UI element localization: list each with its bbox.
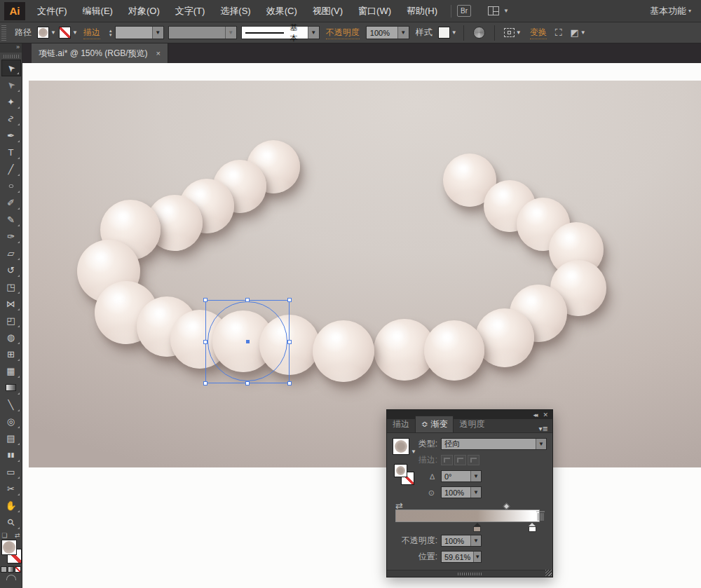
- brush-definition-combo[interactable]: 基本 ▼: [241, 26, 320, 39]
- menu-item[interactable]: 选择(S): [212, 0, 258, 22]
- panel-grip-icon[interactable]: [4, 55, 19, 58]
- zoom-tool[interactable]: ⚲: [1, 514, 21, 531]
- symbol-sprayer-tool[interactable]: ▤: [1, 430, 21, 446]
- gradient-stop[interactable]: [529, 523, 536, 532]
- pearl[interactable]: [475, 308, 534, 367]
- menu-item[interactable]: 视图(V): [305, 0, 350, 22]
- selection-handle[interactable]: [287, 298, 292, 302]
- pearl[interactable]: [424, 320, 484, 381]
- stroke-weight-stepper[interactable]: ▲▼: [109, 29, 113, 37]
- menu-item[interactable]: 对象(O): [121, 0, 168, 22]
- paintbrush-tool[interactable]: ✐: [1, 194, 21, 211]
- direct-selection-tool[interactable]: ➤: [1, 76, 21, 93]
- stop-opacity-combo[interactable]: 100% ▼: [441, 535, 482, 547]
- stroke-gradient-along-icon[interactable]: [454, 455, 466, 465]
- isolate-object-button[interactable]: ⛶: [555, 27, 562, 39]
- transform-panel-link[interactable]: 变换: [530, 27, 547, 39]
- menu-item[interactable]: 效果(C): [259, 0, 305, 22]
- selection-handle[interactable]: [287, 340, 292, 344]
- menu-item[interactable]: 文字(T): [168, 0, 213, 22]
- swap-fill-stroke-icon[interactable]: ⇄: [15, 532, 20, 539]
- color-mode-button[interactable]: [1, 566, 7, 573]
- selection-handle[interactable]: [203, 381, 207, 385]
- gradient-mode-button[interactable]: [8, 566, 14, 573]
- menu-item[interactable]: 帮助(H): [399, 0, 445, 22]
- draw-normal-mode-icon[interactable]: [6, 575, 16, 580]
- ellipse-tool[interactable]: ○: [1, 177, 21, 194]
- rotate-tool[interactable]: ↺: [1, 261, 21, 278]
- stroke-gradient-across-icon[interactable]: [468, 455, 479, 465]
- eraser-tool[interactable]: ▱: [1, 245, 21, 261]
- scale-tool[interactable]: ◳: [1, 278, 21, 295]
- bridge-button[interactable]: Br: [457, 5, 471, 17]
- selection-handle[interactable]: [203, 298, 207, 302]
- gradient-stop[interactable]: [473, 523, 481, 532]
- style-swatch-button[interactable]: ▼: [438, 27, 457, 39]
- close-icon[interactable]: ×: [156, 49, 161, 57]
- blob-brush-tool[interactable]: ✑: [1, 228, 21, 245]
- gradient-ramp[interactable]: [395, 510, 540, 522]
- collapse-icons-button[interactable]: ◂◂: [533, 411, 536, 418]
- document-tab[interactable]: 项链.ai* @ 150% (RGB/预览) ×: [32, 43, 168, 63]
- opacity-combo[interactable]: 100% ▼: [366, 26, 409, 39]
- menu-item[interactable]: 编辑(E): [75, 0, 121, 22]
- gradient-type-combo[interactable]: 径向 ▼: [441, 438, 547, 450]
- width-tool[interactable]: ⋈: [1, 295, 21, 312]
- selection-handle[interactable]: [203, 340, 207, 344]
- selection-handle[interactable]: [245, 381, 250, 385]
- delete-stop-icon[interactable]: [536, 511, 545, 521]
- panel-tab-透明度[interactable]: 透明度: [454, 416, 490, 432]
- fill-swatch[interactable]: [1, 540, 17, 555]
- selection-center-point[interactable]: [246, 340, 250, 343]
- hand-tool[interactable]: ✋: [1, 497, 21, 514]
- opacity-panel-link[interactable]: 不透明度: [326, 27, 360, 39]
- stroke-gradient-within-icon[interactable]: [441, 455, 453, 465]
- stroke-weight-combo[interactable]: ▼: [115, 26, 164, 39]
- aspect-ratio-combo[interactable]: 100% ▼: [441, 486, 482, 498]
- fill-color-button[interactable]: ▼: [37, 27, 56, 39]
- workspace-switcher[interactable]: 基本功能 ▾: [650, 5, 691, 18]
- selection-handle[interactable]: [287, 381, 292, 385]
- none-mode-button[interactable]: [15, 566, 21, 573]
- pearl[interactable]: [313, 320, 374, 382]
- pen-tool[interactable]: ✒: [1, 127, 21, 144]
- column-graph-tool[interactable]: ▮▮: [1, 446, 21, 463]
- panel-drag-grip[interactable]: [458, 573, 482, 575]
- stop-position-combo[interactable]: 59.61% ▼: [441, 551, 482, 563]
- gradient-thumbnail[interactable]: [393, 438, 409, 455]
- panel-menu-icon[interactable]: ▾≣: [539, 425, 552, 432]
- arrange-documents-button[interactable]: ▼: [484, 0, 513, 22]
- free-transform-tool[interactable]: ◰: [1, 312, 21, 329]
- recolor-artwork-button[interactable]: [473, 27, 485, 39]
- eyedropper-tool[interactable]: ╲: [1, 396, 21, 413]
- fill-proxy[interactable]: [394, 464, 407, 477]
- gradient-midpoint-handle[interactable]: [503, 503, 510, 510]
- selection-tool[interactable]: ➤: [1, 60, 21, 76]
- stroke-color-button[interactable]: ▼: [59, 27, 78, 39]
- collapse-panel-button[interactable]: »: [0, 43, 22, 53]
- width-profile-combo[interactable]: ▼: [168, 26, 237, 39]
- pencil-tool[interactable]: ✎: [1, 211, 21, 228]
- perspective-grid-tool[interactable]: ⊞: [1, 346, 21, 362]
- canvas-viewport[interactable]: [22, 63, 701, 588]
- angle-combo[interactable]: 0° ▼: [441, 470, 482, 482]
- menu-item[interactable]: 窗口(W): [350, 0, 399, 22]
- slice-tool[interactable]: ✂: [1, 480, 21, 497]
- type-tool[interactable]: T: [1, 144, 21, 160]
- artboard-tool[interactable]: ▭: [1, 463, 21, 480]
- panel-tab-描边[interactable]: 描边: [387, 416, 415, 432]
- align-options-button[interactable]: ▼: [504, 28, 522, 37]
- blend-tool[interactable]: ◎: [1, 413, 21, 430]
- stroke-panel-link[interactable]: 描边: [83, 27, 100, 39]
- close-icon[interactable]: ✕: [543, 411, 548, 418]
- panel-grip-icon[interactable]: [1, 25, 6, 41]
- mesh-tool[interactable]: ▦: [1, 362, 21, 379]
- selection-handle[interactable]: [245, 298, 250, 302]
- default-fill-stroke-icon[interactable]: ❏: [2, 532, 8, 539]
- select-similar-button[interactable]: ◩ ▼: [570, 27, 585, 38]
- lasso-tool[interactable]: ∿: [1, 110, 21, 127]
- magic-wand-tool[interactable]: ✦: [1, 93, 21, 110]
- gradient-tool[interactable]: [1, 379, 21, 396]
- shape-builder-tool[interactable]: ◍: [1, 329, 21, 346]
- line-segment-tool[interactable]: ╱: [1, 160, 21, 177]
